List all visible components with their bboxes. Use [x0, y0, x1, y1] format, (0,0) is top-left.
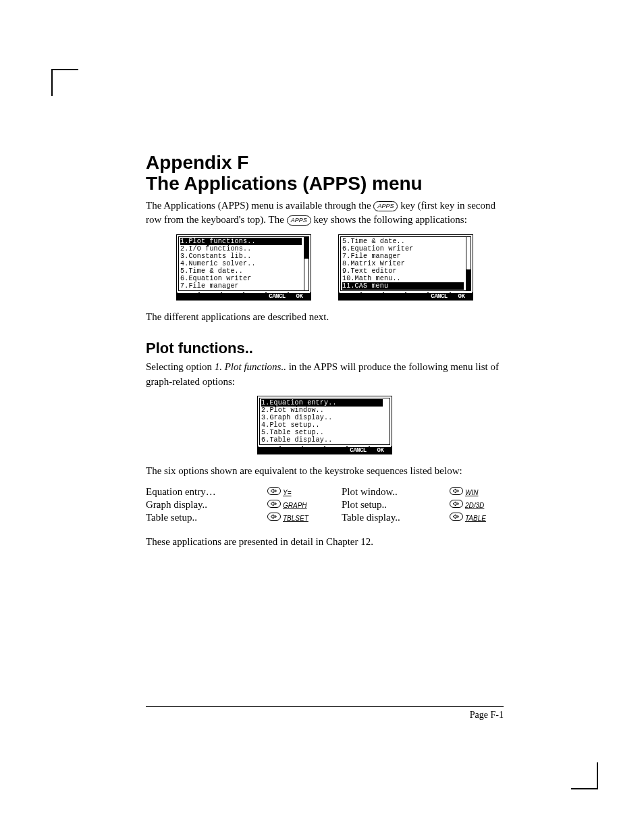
- softkey: [340, 292, 360, 300]
- table-row: Equation entry… Y= Plot window.. WIN: [146, 486, 504, 498]
- key-label: WIN: [463, 489, 478, 496]
- list-item: 6.Equation writer: [180, 275, 302, 282]
- table-row: Table setup.. TBLSET Table display.. TAB…: [146, 511, 504, 524]
- keystroke: GRAPH: [267, 498, 328, 511]
- softkey-ok: OK: [289, 292, 310, 300]
- page-content: Appendix F The Applications (APPS) menu …: [146, 153, 504, 556]
- equivalence-text: The six options shown are equivalent to …: [146, 464, 504, 479]
- closing-text: These applications are presented in deta…: [146, 535, 504, 550]
- table-row: Graph display.. GRAPH Plot setup.. 2D/3D: [146, 498, 504, 511]
- keystroke: 2D/3D: [450, 498, 504, 511]
- option-label: Plot window..: [328, 486, 450, 498]
- list-item: 5.Time & date..: [180, 267, 302, 275]
- list-item: 6.Table display..: [261, 436, 383, 444]
- apps-list-2: 5.Time & date.. 6.Equation writer 7.File…: [340, 236, 471, 291]
- softkey-ok: OK: [451, 292, 472, 300]
- softkey-bar: CANCL OK: [258, 446, 392, 454]
- softkey-cancel: CANCL: [429, 292, 450, 300]
- apps-list-1: 1.Plot functions.. 2.I/O functions.. 3.C…: [178, 236, 309, 291]
- softkey: [259, 446, 279, 454]
- intro-paragraph: The Applications (APPS) menu is availabl…: [146, 199, 504, 228]
- option-label: Table setup..: [146, 511, 267, 524]
- softkey-bar: CANCL OK: [339, 292, 473, 300]
- plot-functions-screenshot-wrap: 1.Equation entry.. 2.Plot window.. 3.Gra…: [146, 396, 504, 454]
- keystroke: WIN: [450, 486, 504, 498]
- list-item: 10.Math menu..: [342, 275, 464, 282]
- option-label: Equation entry…: [146, 486, 267, 498]
- keystroke: Y=: [267, 486, 328, 498]
- scrollbar-icon: [304, 237, 308, 290]
- list-item: 3.Graph display..: [261, 414, 383, 421]
- softkey-cancel: CANCL: [348, 446, 369, 454]
- list-item: 5.Table setup..: [261, 429, 383, 436]
- section-heading-plot-functions: Plot functions..: [146, 340, 504, 357]
- list-item: 1.Plot functions..: [180, 238, 302, 245]
- pf-text-ital: 1. Plot functions..: [215, 361, 286, 372]
- softkey-ok: OK: [370, 446, 391, 454]
- scrollbar-icon: [466, 237, 471, 290]
- option-label: Plot setup..: [328, 498, 450, 511]
- plot-functions-screenshot: 1.Equation entry.. 2.Plot window.. 3.Gra…: [257, 396, 392, 454]
- softkey-cancel: CANCL: [267, 292, 288, 300]
- after-shots-text: The different applications are described…: [146, 310, 504, 325]
- page-title: Appendix F The Applications (APPS) menu: [146, 153, 504, 194]
- list-item: 4.Plot setup..: [261, 421, 383, 429]
- list-item: 3.Constants lib..: [180, 253, 302, 260]
- keystroke: TBLSET: [267, 511, 328, 524]
- list-item: 11.CAS menu: [342, 282, 464, 290]
- list-item: 7.File manager: [180, 282, 302, 290]
- softkey: [178, 292, 198, 300]
- list-item: 9.Text editor: [342, 267, 464, 275]
- page-footer: Page F-1: [146, 706, 504, 721]
- list-item: 6.Equation writer: [342, 245, 464, 253]
- left-shift-key-icon: [267, 487, 281, 495]
- softkey: [325, 446, 346, 454]
- crop-mark-top-left: [51, 69, 78, 96]
- softkey: [362, 292, 383, 300]
- intro-text-1: The Applications (APPS) menu is availabl…: [146, 200, 373, 211]
- apps-key-icon: APPS: [287, 215, 311, 226]
- title-line1: Appendix F: [146, 152, 248, 173]
- key-label: GRAPH: [281, 502, 307, 509]
- apps-menu-screenshot-2: 5.Time & date.. 6.Equation writer 7.File…: [338, 234, 473, 301]
- left-shift-key-icon: [450, 487, 463, 495]
- option-label: Table display..: [328, 511, 450, 524]
- list-item: 2.Plot window..: [261, 407, 383, 414]
- apps-menu-screenshot-1: 1.Plot functions.. 2.I/O functions.. 3.C…: [176, 234, 311, 301]
- keystroke: TABLE: [450, 511, 504, 524]
- key-label: 2D/3D: [463, 502, 484, 509]
- key-label: TABLE: [463, 515, 486, 522]
- apps-screenshots-row: 1.Plot functions.. 2.I/O functions.. 3.C…: [146, 234, 504, 301]
- softkey: [384, 292, 405, 300]
- option-label: Graph display..: [146, 498, 267, 511]
- list-item: 5.Time & date..: [342, 238, 464, 245]
- left-shift-key-icon: [450, 513, 463, 521]
- page-number: Page F-1: [146, 710, 504, 721]
- list-item: 7.File manager: [342, 253, 464, 260]
- left-shift-key-icon: [267, 500, 281, 508]
- plot-list: 1.Equation entry.. 2.Plot window.. 3.Gra…: [259, 398, 390, 445]
- apps-key-icon: APPS: [373, 201, 398, 211]
- keystroke-table: Equation entry… Y= Plot window.. WIN Gra…: [146, 486, 504, 524]
- softkey: [406, 292, 427, 300]
- softkey: [222, 292, 243, 300]
- softkey-bar: CANCL OK: [177, 292, 311, 300]
- list-item: 4.Numeric solver..: [180, 260, 302, 267]
- key-label: Y=: [281, 489, 292, 496]
- page: Appendix F The Applications (APPS) menu …: [0, 0, 644, 834]
- left-shift-key-icon: [267, 513, 281, 521]
- softkey: [303, 446, 324, 454]
- intro-text-3: key shows the following applications:: [311, 214, 467, 225]
- key-label: TBLSET: [281, 515, 308, 522]
- footer-rule: [146, 706, 504, 707]
- softkey: [200, 292, 221, 300]
- left-shift-key-icon: [450, 500, 463, 508]
- plot-functions-paragraph: Selecting option 1. Plot functions.. in …: [146, 360, 504, 390]
- title-line2: The Applications (APPS) menu: [146, 173, 423, 194]
- crop-mark-bottom-right: [571, 762, 598, 789]
- list-item: 8.Matrix Writer: [342, 260, 464, 267]
- list-item: 2.I/O functions..: [180, 245, 302, 253]
- list-item: 1.Equation entry..: [261, 399, 383, 407]
- softkey: [244, 292, 265, 300]
- softkey: [281, 446, 302, 454]
